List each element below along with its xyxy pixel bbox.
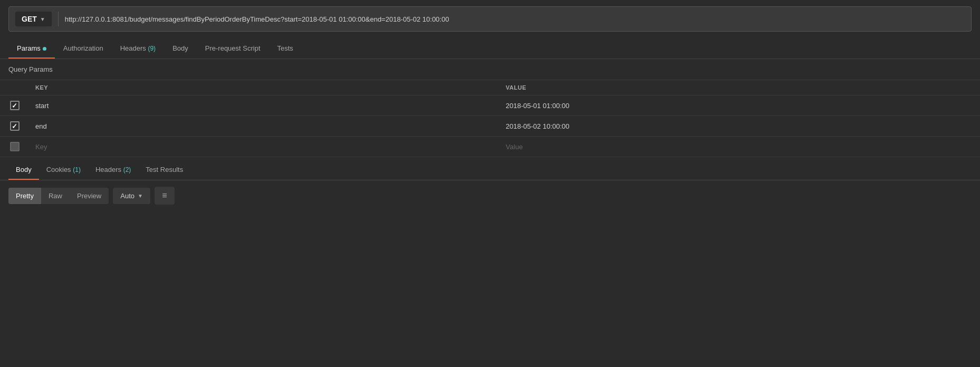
tab-headers[interactable]: Headers (9) — [112, 38, 164, 59]
row2-value[interactable]: 2018-05-02 10:00:00 — [499, 116, 980, 137]
row2-key[interactable]: end — [29, 116, 499, 137]
format-bar: Pretty Raw Preview Auto ▼ ≡ — [0, 180, 980, 211]
wrap-icon: ≡ — [162, 191, 167, 200]
preview-button[interactable]: Preview — [70, 188, 109, 204]
col-checkbox — [0, 80, 29, 95]
method-label: GET — [22, 15, 37, 23]
auto-chevron-icon: ▼ — [138, 193, 143, 199]
row3-value-placeholder[interactable]: Value — [499, 137, 980, 157]
url-input[interactable] — [65, 15, 965, 23]
table-row: start 2018-05-01 01:00:00 — [0, 95, 980, 116]
pretty-button[interactable]: Pretty — [8, 188, 41, 204]
format-buttons: Pretty Raw Preview — [8, 188, 109, 204]
query-params-title: Query Params — [0, 59, 980, 80]
url-bar: GET ▼ — [8, 6, 972, 32]
tab-pre-request[interactable]: Pre-request Script — [197, 38, 269, 59]
tab-test-results[interactable]: Test Results — [138, 159, 190, 180]
method-chevron-icon: ▼ — [40, 16, 45, 22]
tab-tests[interactable]: Tests — [269, 38, 302, 59]
row3-key-placeholder[interactable]: Key — [29, 137, 499, 157]
tab-authorization[interactable]: Authorization — [55, 38, 112, 59]
row1-checkbox-cell — [0, 95, 29, 116]
tab-body[interactable]: Body — [164, 38, 197, 59]
row1-key[interactable]: start — [29, 95, 499, 116]
raw-button[interactable]: Raw — [41, 188, 70, 204]
response-tabs: Body Cookies (1) Headers (2) Test Result… — [0, 159, 980, 180]
row1-value[interactable]: 2018-05-01 01:00:00 — [499, 95, 980, 116]
col-value: VALUE — [499, 80, 980, 95]
table-row: Key Value — [0, 137, 980, 157]
wrap-button[interactable]: ≡ — [155, 187, 175, 205]
method-dropdown[interactable]: GET ▼ — [15, 12, 52, 26]
tab-cookies[interactable]: Cookies (1) — [39, 159, 88, 180]
row3-checkbox-cell — [0, 137, 29, 157]
request-tabs: Params Authorization Headers (9) Body Pr… — [0, 38, 980, 59]
url-divider — [58, 12, 59, 26]
row1-checkbox[interactable] — [10, 101, 20, 110]
row2-checkbox-cell — [0, 116, 29, 137]
row3-checkbox[interactable] — [10, 142, 20, 151]
col-key: KEY — [29, 80, 499, 95]
auto-format-dropdown[interactable]: Auto ▼ — [113, 188, 150, 204]
tab-response-headers[interactable]: Headers (2) — [88, 159, 138, 180]
tab-params[interactable]: Params — [8, 38, 55, 59]
row2-checkbox[interactable] — [10, 121, 20, 131]
params-table: KEY VALUE start 2018-05-01 01:00:00 end … — [0, 80, 980, 157]
params-dot — [43, 47, 46, 51]
table-row: end 2018-05-02 10:00:00 — [0, 116, 980, 137]
tab-response-body[interactable]: Body — [8, 159, 39, 180]
